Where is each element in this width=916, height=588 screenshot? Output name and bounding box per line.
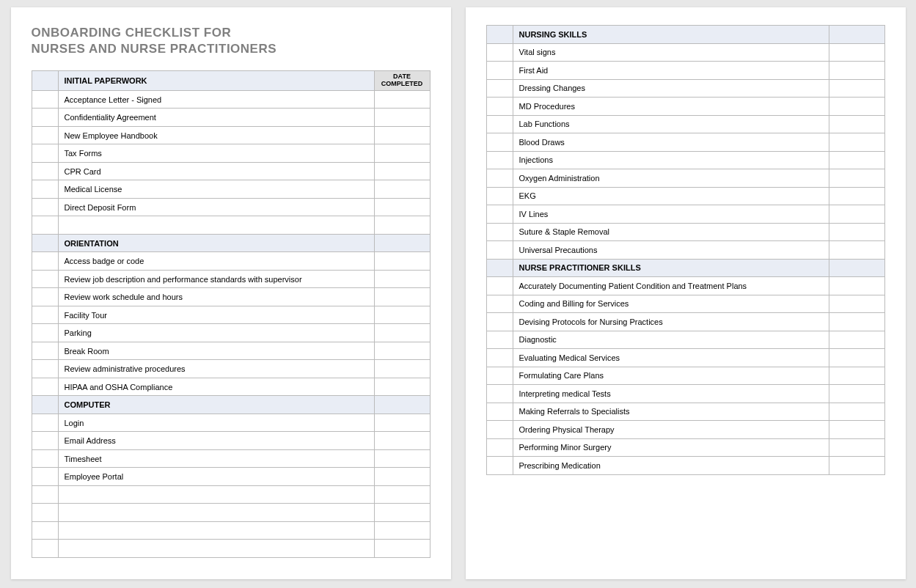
date-cell[interactable] (829, 62, 884, 80)
table-row: Facility Tour (32, 306, 430, 324)
checkbox-cell[interactable] (32, 521, 58, 540)
date-cell[interactable] (374, 252, 430, 271)
date-cell[interactable] (829, 151, 884, 169)
checkbox-cell[interactable] (486, 205, 513, 224)
date-cell[interactable] (829, 223, 884, 241)
checkbox-cell[interactable] (486, 403, 513, 421)
checkbox-cell[interactable] (486, 295, 513, 313)
date-cell[interactable] (374, 270, 430, 288)
date-cell[interactable] (374, 342, 430, 360)
checkbox-cell[interactable] (32, 306, 58, 324)
date-cell[interactable] (374, 306, 430, 324)
checkbox-cell[interactable] (32, 216, 58, 235)
checkbox-cell[interactable] (486, 151, 513, 169)
checkbox-cell[interactable] (32, 90, 58, 109)
date-cell[interactable] (374, 485, 430, 504)
date-cell[interactable] (829, 187, 884, 205)
checkbox-cell[interactable] (486, 313, 513, 331)
date-cell[interactable] (829, 421, 884, 439)
date-cell[interactable] (374, 414, 430, 432)
checkbox-cell[interactable] (32, 270, 58, 288)
checkbox-cell[interactable] (486, 223, 513, 241)
date-cell[interactable] (829, 98, 884, 116)
date-cell[interactable] (374, 378, 430, 396)
table-row-empty (32, 485, 430, 504)
checkbox-cell[interactable] (32, 504, 58, 522)
date-cell[interactable] (829, 115, 884, 133)
table-row: Vital signs (486, 43, 884, 62)
date-cell[interactable] (829, 313, 884, 331)
checkbox-cell[interactable] (486, 277, 513, 295)
date-cell[interactable] (829, 367, 884, 385)
checkbox-cell[interactable] (486, 367, 513, 385)
checkbox-cell[interactable] (32, 198, 58, 216)
checkbox-cell[interactable] (486, 385, 513, 403)
date-cell[interactable] (829, 241, 884, 260)
checkbox-cell[interactable] (486, 438, 513, 457)
checkbox-cell[interactable] (32, 342, 58, 360)
date-cell[interactable] (374, 126, 430, 144)
date-cell[interactable] (374, 521, 430, 540)
checkbox-cell[interactable] (486, 421, 513, 439)
date-cell[interactable] (829, 349, 884, 367)
checkbox-cell[interactable] (32, 485, 58, 504)
checkbox-cell[interactable] (32, 378, 58, 396)
checkbox-cell[interactable] (486, 349, 513, 367)
checkbox-cell[interactable] (32, 432, 58, 450)
date-cell[interactable] (829, 79, 884, 98)
checkbox-cell[interactable] (32, 360, 58, 378)
checkbox-cell[interactable] (32, 162, 58, 180)
date-cell[interactable] (374, 449, 430, 468)
date-cell[interactable] (374, 288, 430, 306)
checkbox-cell[interactable] (32, 144, 58, 163)
checkbox-cell[interactable] (486, 62, 513, 80)
checkbox-cell[interactable] (486, 169, 513, 188)
date-cell[interactable] (829, 133, 884, 152)
date-cell[interactable] (829, 169, 884, 188)
date-cell[interactable] (829, 457, 884, 475)
checkbox-cell[interactable] (486, 79, 513, 98)
checkbox-cell[interactable] (32, 180, 58, 199)
checkbox-cell[interactable] (486, 98, 513, 116)
date-cell[interactable] (374, 90, 430, 109)
date-cell[interactable] (374, 216, 430, 235)
date-cell[interactable] (374, 109, 430, 127)
date-cell[interactable] (829, 403, 884, 421)
date-cell[interactable] (829, 295, 884, 313)
date-cell[interactable] (829, 385, 884, 403)
checkbox-cell[interactable] (486, 115, 513, 133)
checkbox-cell[interactable] (486, 457, 513, 475)
date-cell[interactable] (829, 43, 884, 62)
table-row: Evaluating Medical Services (486, 349, 884, 367)
checkbox-cell[interactable] (32, 109, 58, 127)
checkbox-cell[interactable] (486, 331, 513, 349)
table-row: Formulating Care Plans (486, 367, 884, 385)
date-cell[interactable] (374, 504, 430, 522)
date-cell[interactable] (829, 331, 884, 349)
checkbox-cell[interactable] (32, 540, 58, 558)
date-cell[interactable] (374, 540, 430, 558)
checkbox-cell[interactable] (32, 414, 58, 432)
date-cell[interactable] (829, 277, 884, 295)
checkbox-cell[interactable] (486, 133, 513, 152)
date-cell[interactable] (374, 180, 430, 199)
checkbox-cell[interactable] (486, 187, 513, 205)
date-cell[interactable] (374, 198, 430, 216)
checkbox-cell[interactable] (32, 324, 58, 342)
checkbox-cell[interactable] (486, 241, 513, 260)
checkbox-cell[interactable] (32, 468, 58, 486)
checkbox-cell[interactable] (32, 449, 58, 468)
date-cell[interactable] (374, 360, 430, 378)
date-cell[interactable] (374, 432, 430, 450)
date-cell[interactable] (374, 468, 430, 486)
checkbox-cell[interactable] (32, 288, 58, 306)
item-cell: Injections (513, 151, 829, 169)
date-cell[interactable] (829, 205, 884, 224)
date-cell[interactable] (829, 438, 884, 457)
checkbox-cell[interactable] (486, 43, 513, 62)
checkbox-cell[interactable] (32, 126, 58, 144)
date-cell[interactable] (374, 324, 430, 342)
date-cell[interactable] (374, 144, 430, 163)
checkbox-cell[interactable] (32, 252, 58, 271)
date-cell[interactable] (374, 162, 430, 180)
